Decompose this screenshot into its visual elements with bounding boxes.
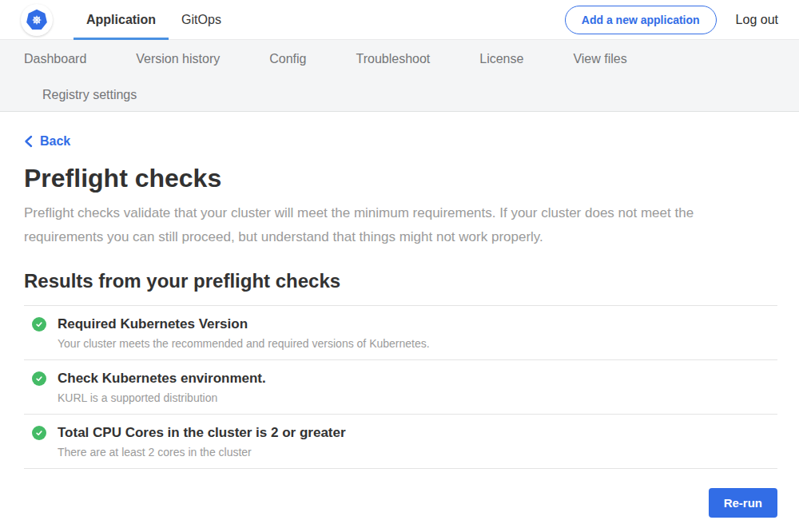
results-heading: Results from your preflight checks [24,270,777,292]
subnav-item-dashboard[interactable]: Dashboard [24,52,86,66]
add-new-application-button[interactable]: Add a new application [565,6,717,34]
check-circle-icon [32,371,46,386]
check-head: Check Kubernetes environment. [32,371,777,387]
check-message: There are at least 2 cores in the cluste… [58,446,777,459]
subnav-item-view-files[interactable]: View files [573,52,626,66]
tab-gitops[interactable]: GitOps [169,0,234,40]
check-head: Required Kubernetes Version [32,316,777,332]
page-description: Preflight checks validate that your clus… [24,201,756,249]
subnav-item-troubleshoot[interactable]: Troubleshoot [356,52,430,66]
back-link-label: Back [40,134,70,149]
footer-actions: Re-run [24,488,777,518]
chevron-left-icon [24,135,33,148]
check-circle-icon [32,317,46,332]
tab-gitops-label: GitOps [181,13,221,27]
subnav-item-license[interactable]: License [479,52,523,66]
subnav-item-version-history[interactable]: Version history [136,52,220,66]
check-title: Total CPU Cores in the cluster is 2 or g… [58,425,346,441]
check-title: Check Kubernetes environment. [58,371,266,387]
check-message: Your cluster meets the recommended and r… [58,337,777,350]
check-head: Total CPU Cores in the cluster is 2 or g… [32,425,777,441]
subnav-row-1: Dashboard Version history Config Trouble… [0,40,799,78]
subnav-item-registry-settings[interactable]: Registry settings [42,88,137,102]
check-message: KURL is a supported distribution [58,391,777,404]
subnav-item-config[interactable]: Config [269,52,306,66]
logout-link[interactable]: Log out [736,13,778,27]
preflight-checks-list: Required Kubernetes Version Your cluster… [24,305,777,469]
check-circle-icon [32,426,46,440]
tab-application[interactable]: Application [74,0,169,40]
check-row-kubernetes-version: Required Kubernetes Version Your cluster… [24,306,777,360]
check-row-kubernetes-environment: Check Kubernetes environment. KURL is a … [24,360,777,415]
check-title: Required Kubernetes Version [58,316,248,332]
header-right: Add a new application Log out [565,6,778,34]
preflight-page: Back Preflight checks Preflight checks v… [0,112,777,518]
app-subnav: Dashboard Version history Config Trouble… [0,40,799,112]
page-title: Preflight checks [24,164,777,193]
back-link[interactable]: Back [24,134,70,149]
kubernetes-logo [21,4,53,36]
tab-application-label: Application [86,13,156,27]
check-row-cpu-cores: Total CPU Cores in the cluster is 2 or g… [24,415,777,469]
kubernetes-logo-icon [25,8,49,32]
subnav-row-2: Registry settings [0,78,799,111]
header-tabs: Application GitOps [74,0,234,40]
top-header: Application GitOps Add a new application… [0,0,799,40]
rerun-button[interactable]: Re-run [709,488,777,518]
